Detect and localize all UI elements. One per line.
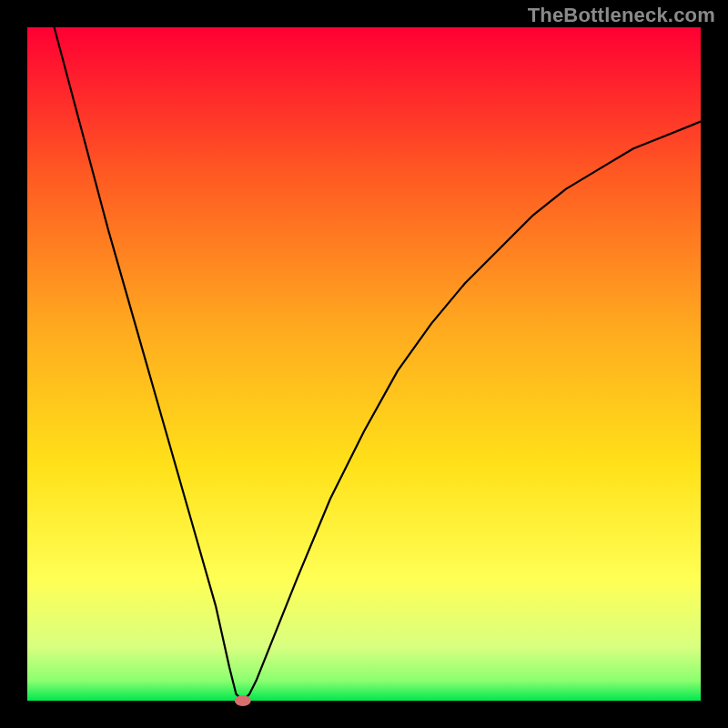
optimal-marker bbox=[235, 695, 251, 706]
watermark-text: TheBottleneck.com bbox=[528, 4, 715, 27]
figure-frame: TheBottleneck.com bbox=[0, 0, 728, 728]
plot-background bbox=[27, 27, 701, 701]
chart-svg bbox=[0, 0, 728, 728]
